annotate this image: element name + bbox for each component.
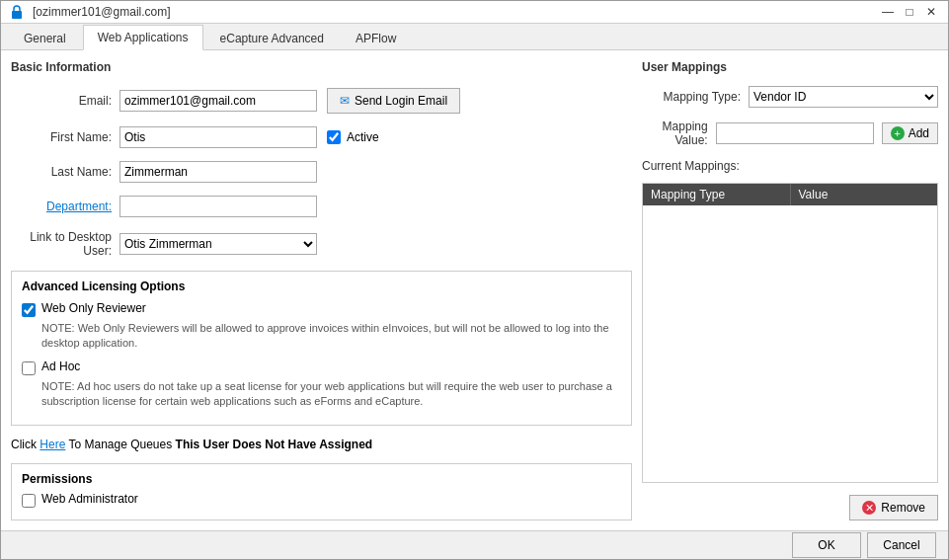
advanced-licensing-title: Advanced Licensing Options — [22, 280, 621, 293]
mapping-value-field[interactable] — [716, 122, 874, 144]
svg-rect-0 — [12, 11, 22, 19]
first-name-field[interactable] — [119, 126, 317, 148]
mapping-value-label: Mapping Value: — [642, 120, 708, 147]
mapping-type-label: Mapping Type: — [642, 90, 741, 104]
desktop-user-label: Link to Desktop User: — [11, 230, 119, 258]
email-field[interactable] — [119, 90, 317, 112]
window-title: [ozimmer101@gmail.com] — [33, 5, 171, 19]
desktop-user-select[interactable]: Otis Zimmerman — [119, 233, 317, 255]
main-window: [ozimmer101@gmail.com] — □ ✕ General Web… — [0, 0, 949, 560]
window-controls: — □ ✕ — [879, 3, 940, 21]
tab-bar: General Web Applications eCapture Advanc… — [1, 24, 948, 50]
close-button[interactable]: ✕ — [922, 3, 940, 21]
remove-mapping-button[interactable]: ✕ Remove — [849, 495, 938, 520]
web-only-reviewer-row: Web Only Reviewer — [22, 301, 621, 317]
tab-apflow[interactable]: APFlow — [341, 26, 411, 50]
maximize-button[interactable]: □ — [901, 3, 918, 21]
cancel-button[interactable]: Cancel — [867, 532, 936, 558]
mappings-table-body — [643, 205, 937, 462]
ad-hoc-label: Ad Hoc — [41, 360, 80, 373]
ad-hoc-row: Ad Hoc — [22, 360, 621, 375]
permissions-box: Permissions Web Administrator — [11, 463, 632, 520]
last-name-label: Last Name: — [11, 165, 119, 179]
email-label: Email: — [11, 94, 119, 108]
envelope-icon: ✉ — [340, 94, 350, 108]
main-content: Basic Information Email: ✉ Send Login Em… — [1, 50, 948, 531]
title-bar-left: [ozimmer101@gmail.com] — [9, 4, 171, 20]
col-value: Value — [791, 184, 938, 205]
department-label[interactable]: Department: — [11, 200, 119, 213]
department-field[interactable] — [119, 196, 317, 217]
circle-remove-icon: ✕ — [862, 501, 876, 515]
bottom-bar: OK Cancel — [1, 530, 948, 559]
lastname-row: Last Name: — [11, 161, 632, 183]
queue-prefix: Click — [11, 438, 40, 451]
queue-middle: To Manage Queues — [65, 438, 172, 451]
basic-info-title: Basic Information — [11, 60, 632, 74]
lock-icon — [9, 4, 25, 20]
here-link[interactable]: Here — [40, 438, 65, 451]
firstname-row: First Name: Active — [11, 126, 632, 148]
web-only-reviewer-note: NOTE: Web Only Reviewers will be allowed… — [41, 321, 621, 352]
email-row: Email: ✉ Send Login Email — [11, 88, 632, 114]
ad-hoc-note: NOTE: Ad hoc users do not take up a seat… — [41, 379, 621, 410]
title-bar: [ozimmer101@gmail.com] — □ ✕ — [1, 1, 948, 24]
advanced-licensing-box: Advanced Licensing Options Web Only Revi… — [11, 271, 632, 427]
queue-bold-text: This User Does Not Have Assigned — [176, 438, 373, 451]
minimize-button[interactable]: — — [879, 3, 897, 21]
col-mapping-type: Mapping Type — [643, 184, 791, 205]
web-only-reviewer-checkbox[interactable] — [22, 303, 36, 317]
desktop-user-row: Link to Desktop User: Otis Zimmerman — [11, 230, 632, 258]
web-admin-label: Web Administrator — [41, 492, 138, 506]
add-mapping-button[interactable]: + Add — [882, 122, 938, 144]
right-panel: User Mappings Mapping Type: Vendor ID Em… — [642, 60, 938, 521]
left-panel: Basic Information Email: ✉ Send Login Em… — [11, 60, 632, 521]
web-only-reviewer-label: Web Only Reviewer — [41, 301, 146, 315]
first-name-label: First Name: — [11, 130, 119, 144]
active-checkbox[interactable] — [327, 130, 341, 144]
ok-button[interactable]: OK — [792, 532, 861, 558]
last-name-field[interactable] — [119, 161, 317, 183]
web-admin-checkbox[interactable] — [22, 494, 36, 508]
user-mappings-title: User Mappings — [642, 60, 938, 74]
active-checkbox-row: Active — [327, 130, 379, 144]
ad-hoc-checkbox[interactable] — [22, 361, 36, 375]
mappings-table-header: Mapping Type Value — [643, 184, 937, 205]
permissions-title: Permissions — [22, 472, 621, 486]
mapping-type-select[interactable]: Vendor ID Employee ID User ID — [749, 86, 938, 108]
tab-web-applications[interactable]: Web Applications — [83, 25, 203, 50]
mapping-value-row: Mapping Value: + Add — [642, 120, 938, 147]
circle-add-icon: + — [891, 126, 905, 140]
tab-ecapture-advanced[interactable]: eCapture Advanced — [205, 26, 339, 50]
department-row: Department: — [11, 196, 632, 217]
tab-general[interactable]: General — [9, 26, 81, 50]
web-admin-row: Web Administrator — [22, 492, 621, 508]
active-label: Active — [347, 130, 379, 144]
queue-row: Click Here To Manage Queues This User Do… — [11, 438, 632, 451]
mappings-table: Mapping Type Value — [642, 183, 938, 484]
send-login-email-button[interactable]: ✉ Send Login Email — [327, 88, 460, 114]
mapping-type-row: Mapping Type: Vendor ID Employee ID User… — [642, 86, 938, 108]
current-mappings-label: Current Mappings: — [642, 159, 938, 173]
